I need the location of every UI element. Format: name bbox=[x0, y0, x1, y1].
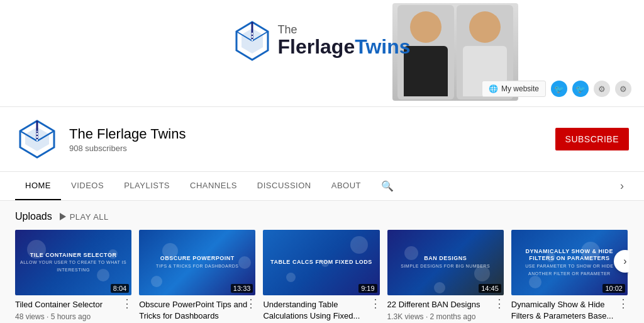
thumb-label-1: OBSCURE POWERPOINTTIPS & TRICKS FOR DASH… bbox=[151, 250, 243, 275]
uploads-title: Uploads bbox=[15, 211, 52, 222]
video-info-0: Tiled Container Selector 48 views · 5 ho… bbox=[15, 295, 131, 322]
banner-social: 🌐 My website 🐦 🐦 ⚙ ⚙ bbox=[482, 81, 631, 97]
duration-badge-4: 10:02 bbox=[602, 284, 625, 293]
video-info-row-3: 22 Different BAN Designs 1.3K views · 2 … bbox=[387, 295, 504, 322]
channel-name: The Flerlage Twins bbox=[69, 126, 555, 142]
channel-nav: HOME VIDEOS PLAYLISTS CHANNELS DISCUSSIO… bbox=[0, 172, 644, 201]
channel-info-bar: The Flerlage Twins 908 subscribers SUBSC… bbox=[0, 107, 644, 172]
video-card-4[interactable]: DYNAMICALLY SHOW & HIDE FILTERS ON PARAM… bbox=[511, 230, 628, 323]
video-card-1[interactable]: OBSCURE POWERPOINTTIPS & TRICKS FOR DASH… bbox=[139, 230, 255, 323]
video-menu-1[interactable]: ⋮ bbox=[242, 295, 260, 312]
logo-twins: Twins bbox=[355, 35, 410, 58]
video-title-3: 22 Different BAN Designs bbox=[387, 299, 504, 310]
thumb-label-2: TABLE CALCS FROM FIXED LODS bbox=[265, 254, 377, 271]
tab-discussion[interactable]: DISCUSSION bbox=[247, 172, 321, 200]
video-title-1: Obscure PowerPoint Tips and Tricks for D… bbox=[139, 299, 255, 322]
thumb-dot bbox=[350, 236, 368, 254]
logo-icon bbox=[233, 19, 271, 63]
video-menu-4[interactable]: ⋮ bbox=[614, 295, 629, 312]
thumb-dot bbox=[434, 282, 445, 293]
video-card-0[interactable]: TILE CONTAINER SELECTORAllow your user t… bbox=[15, 230, 131, 323]
gear-icon-2[interactable]: ⚙ bbox=[615, 81, 631, 97]
video-info-row-1: Obscure PowerPoint Tips and Tricks for D… bbox=[139, 295, 255, 323]
video-menu-0[interactable]: ⋮ bbox=[118, 295, 136, 312]
duration-badge-2: 9:19 bbox=[358, 284, 377, 293]
video-thumbnail-4: DYNAMICALLY SHOW & HIDE FILTERS ON PARAM… bbox=[511, 230, 628, 295]
person-1-head bbox=[410, 11, 441, 43]
play-all-label: PLAY ALL bbox=[70, 212, 109, 222]
video-title-2: Understanding Table Calculations Using F… bbox=[263, 299, 379, 322]
video-thumbnail-1: OBSCURE POWERPOINTTIPS & TRICKS FOR DASH… bbox=[139, 230, 255, 295]
channel-details: The Flerlage Twins 908 subscribers bbox=[69, 126, 555, 153]
video-menu-2[interactable]: ⋮ bbox=[366, 295, 385, 312]
logo-text: The FlerlageTwins bbox=[277, 24, 410, 59]
duration-badge-0: 8:04 bbox=[111, 284, 129, 293]
video-meta-3: 1.3K views · 2 months ago bbox=[387, 312, 504, 321]
logo-flerlage: Flerlage bbox=[277, 35, 355, 58]
gear-icon-1[interactable]: ⚙ bbox=[594, 81, 610, 97]
nav-search-icon[interactable]: 🔍 bbox=[376, 174, 399, 198]
logo-the: The bbox=[277, 24, 410, 37]
channel-logo: The FlerlageTwins bbox=[233, 19, 410, 63]
tab-videos[interactable]: VIDEOS bbox=[61, 172, 114, 200]
video-card-2[interactable]: TABLE CALCS FROM FIXED LODS 9:19 Underst… bbox=[263, 230, 379, 323]
thumb-label-3: BAN DESIGNSSIMPLE DESIGNS FOR BIG NUMBER… bbox=[396, 250, 495, 275]
video-thumbnail-3: BAN DESIGNSSIMPLE DESIGNS FOR BIG NUMBER… bbox=[387, 230, 504, 295]
channel-subscribers: 908 subscribers bbox=[69, 144, 555, 153]
person-2-head bbox=[469, 11, 501, 43]
video-info-row-4: Dynamically Show & Hide Filters & Parame… bbox=[511, 295, 628, 323]
subscribe-button[interactable]: SUBSCRIBE bbox=[555, 128, 629, 150]
duration-badge-1: 13:33 bbox=[231, 284, 253, 293]
video-menu-3[interactable]: ⋮ bbox=[490, 295, 509, 312]
tab-playlists[interactable]: PLAYLISTS bbox=[114, 172, 180, 200]
twitter-icon-2[interactable]: 🐦 bbox=[572, 81, 589, 97]
globe-icon: 🌐 bbox=[489, 84, 498, 93]
my-website-button[interactable]: 🌐 My website bbox=[482, 81, 546, 97]
tab-home[interactable]: HOME bbox=[15, 172, 61, 200]
person-1-body bbox=[404, 46, 448, 96]
video-thumbnail-0: TILE CONTAINER SELECTORAllow your user t… bbox=[15, 230, 131, 295]
video-info-row-2: Understanding Table Calculations Using F… bbox=[263, 295, 379, 323]
video-grid: TILE CONTAINER SELECTORAllow your user t… bbox=[15, 230, 629, 323]
video-info-row-0: Tiled Container Selector 48 views · 5 ho… bbox=[15, 295, 131, 322]
play-all-button[interactable]: PLAY ALL bbox=[60, 212, 109, 222]
content-area: Uploads PLAY ALL TILE CONTAINER SELECTOR… bbox=[0, 201, 644, 323]
video-info-4: Dynamically Show & Hide Filters & Parame… bbox=[511, 295, 628, 323]
video-title-4: Dynamically Show & Hide Filters & Parame… bbox=[511, 299, 628, 322]
logo-flerlage-twins: FlerlageTwins bbox=[277, 36, 410, 58]
tab-channels[interactable]: CHANNELS bbox=[180, 172, 247, 200]
play-all-icon bbox=[60, 213, 66, 220]
thumb-dot bbox=[286, 273, 296, 282]
website-label: My website bbox=[501, 84, 539, 93]
channel-avatar bbox=[15, 117, 59, 161]
channel-banner: The FlerlageTwins 🌐 My website 🐦 🐦 ⚙ ⚙ bbox=[0, 0, 644, 107]
uploads-section-header: Uploads PLAY ALL bbox=[15, 211, 629, 222]
video-meta-0: 48 views · 5 hours ago bbox=[15, 312, 131, 321]
video-card-3[interactable]: BAN DESIGNSSIMPLE DESIGNS FOR BIG NUMBER… bbox=[387, 230, 504, 323]
thumb-label-0: TILE CONTAINER SELECTORAllow your user t… bbox=[15, 247, 131, 279]
thumb-dot bbox=[151, 276, 162, 287]
video-thumbnail-2: TABLE CALCS FROM FIXED LODS 9:19 bbox=[263, 230, 379, 295]
thumb-label-4: DYNAMICALLY SHOW & HIDE FILTERS ON PARAM… bbox=[511, 243, 628, 283]
video-title-0: Tiled Container Selector bbox=[15, 299, 131, 310]
nav-next-arrow[interactable]: › bbox=[615, 173, 629, 199]
video-info-1: Obscure PowerPoint Tips and Tricks for D… bbox=[139, 295, 255, 323]
video-info-2: Understanding Table Calculations Using F… bbox=[263, 295, 379, 323]
duration-badge-3: 14:45 bbox=[479, 284, 501, 293]
twitter-icon-1[interactable]: 🐦 bbox=[551, 81, 567, 97]
video-info-3: 22 Different BAN Designs 1.3K views · 2 … bbox=[387, 295, 504, 322]
tab-about[interactable]: ABOUT bbox=[321, 172, 371, 200]
